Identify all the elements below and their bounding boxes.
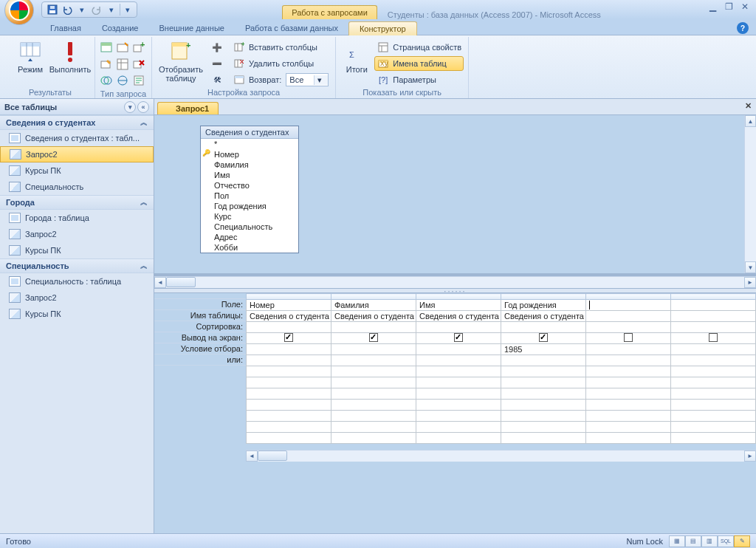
grid-cell[interactable] [586,377,671,388]
pane-splitter[interactable] [154,288,756,293]
grid-cell[interactable] [671,422,756,433]
query-design-grid[interactable]: Номер Фамилия Имя Год рождения Сведения … [246,293,756,444]
tab-create[interactable]: Создание [92,21,149,35]
grid-cell[interactable] [671,411,756,422]
grid-cell[interactable]: Сведения о студента [247,311,331,322]
append-icon[interactable]: + [132,41,145,55]
nav-item-specialty[interactable]: Специальность [0,179,154,195]
grid-cell[interactable] [586,366,671,377]
data-definition-icon[interactable] [132,74,145,87]
view-button[interactable]: Режим [10,38,50,75]
grid-cell[interactable] [331,366,416,377]
grid-cell[interactable] [586,355,671,366]
grid-cell[interactable] [331,388,416,400]
grid-cell[interactable] [247,322,331,333]
view-design-icon[interactable]: ✎ [734,535,750,547]
restore-icon[interactable]: ❐ [722,1,735,12]
field-item[interactable]: Номер [201,149,298,160]
grid-cell[interactable] [586,400,671,411]
field-item[interactable]: Имя [201,170,298,180]
grid-cell[interactable] [586,422,671,433]
grid-cell[interactable] [247,400,331,411]
nav-group-specialty[interactable]: Специальность︽ [0,258,154,273]
grid-cell[interactable] [586,344,671,355]
grid-cell[interactable] [501,377,586,388]
delete-rows-button[interactable]: ➖ [208,56,226,71]
grid-cell[interactable] [501,322,586,333]
field-item[interactable]: Хобби [201,242,298,253]
grid-cell[interactable] [247,366,331,377]
update-icon[interactable] [100,58,113,71]
view-pivot-icon[interactable]: ▤ [685,535,701,547]
run-button[interactable]: Выполнить [50,38,90,75]
grid-cell[interactable] [331,411,416,422]
grid-cell[interactable] [501,355,586,366]
grid-cell[interactable] [671,377,756,388]
nav-collapse-icon[interactable]: « [137,101,149,113]
view-sql-icon[interactable]: SQL [718,535,734,547]
nav-group-cities[interactable]: Города︽ [0,195,154,210]
grid-cell-checkbox[interactable] [671,333,756,344]
grid-cell[interactable] [501,433,586,444]
grid-cell[interactable] [247,422,331,433]
nav-item-courses[interactable]: Курсы ПК [0,162,154,179]
tab-design[interactable]: Конструктор [348,21,417,35]
grid-cell[interactable] [416,366,501,377]
return-combo[interactable]: Все▾ [286,73,329,86]
scroll-right-icon[interactable]: ► [744,277,756,288]
view-pivotchart-icon[interactable]: ▥ [701,535,718,547]
field-item[interactable]: Пол [201,191,298,201]
grid-cell[interactable]: Фамилия [331,300,416,311]
grid-cell[interactable] [416,377,501,388]
field-item[interactable]: Отчество [201,180,298,191]
field-item[interactable]: Курс [201,211,298,222]
undo-icon[interactable] [61,4,74,16]
nav-item-students-table[interactable]: Сведения о студентах : табл... [0,130,154,146]
grid-cell[interactable] [331,400,416,411]
query-diagram-pane[interactable]: Сведения о студентах * Номер Фамилия Имя… [154,115,756,276]
field-item[interactable]: Специальность [201,222,298,232]
union-icon[interactable] [100,74,113,87]
nav-item-courses-c[interactable]: Курсы ПК [0,306,154,322]
nav-group-students[interactable]: Сведения о студентах︽ [0,115,154,130]
field-item[interactable]: * [201,139,298,149]
grid-cell[interactable] [671,433,756,444]
grid-cell[interactable] [501,400,586,411]
grid-cell[interactable] [501,422,586,433]
grid-cell-checkbox[interactable] [586,333,671,344]
grid-cell[interactable] [416,411,501,422]
scroll-thumb[interactable] [166,277,196,287]
property-sheet-button[interactable]: Страница свойств [374,40,464,55]
nav-item-cities-table[interactable]: Города : таблица [0,210,154,226]
grid-cell-checkbox[interactable] [501,333,586,344]
grid-cell[interactable]: Сведения о студента [416,311,501,322]
grid-cell[interactable] [247,411,331,422]
redo-icon[interactable] [90,4,103,16]
parameters-button[interactable]: [?]Параметры [374,72,464,87]
nav-item-query2[interactable]: Запрос2 [0,146,154,162]
grid-cell[interactable] [586,311,671,322]
grid-cell-active[interactable] [586,300,671,311]
field-item[interactable]: Адрес [201,232,298,242]
grid-cell[interactable] [586,433,671,444]
insert-cols-button[interactable]: +Вставить столбцы [230,40,331,55]
grid-cell[interactable] [331,344,416,355]
table-fieldlist[interactable]: Сведения о студентах * Номер Фамилия Имя… [200,126,299,253]
object-tab-query1[interactable]: Запрос1 [157,102,219,114]
grid-cell[interactable] [671,300,756,311]
grid-cell[interactable] [247,355,331,366]
grid-cell[interactable] [671,366,756,377]
grid-cell[interactable] [671,311,756,322]
grid-cell[interactable] [416,322,501,333]
scroll-down-icon[interactable]: ▼ [745,261,756,273]
grid-cell[interactable] [501,366,586,377]
nav-menu-icon[interactable]: ▾ [124,101,136,113]
grid-cell[interactable] [671,355,756,366]
help-icon[interactable]: ? [737,22,749,34]
grid-cell[interactable] [671,344,756,355]
grid-cell[interactable] [416,355,501,366]
delete-query-icon[interactable] [132,58,145,71]
scroll-right-icon[interactable]: ► [744,451,756,462]
grid-cell[interactable]: Сведения о студента [501,311,586,322]
nav-item-specialty-table[interactable]: Специальность : таблица [0,273,154,290]
